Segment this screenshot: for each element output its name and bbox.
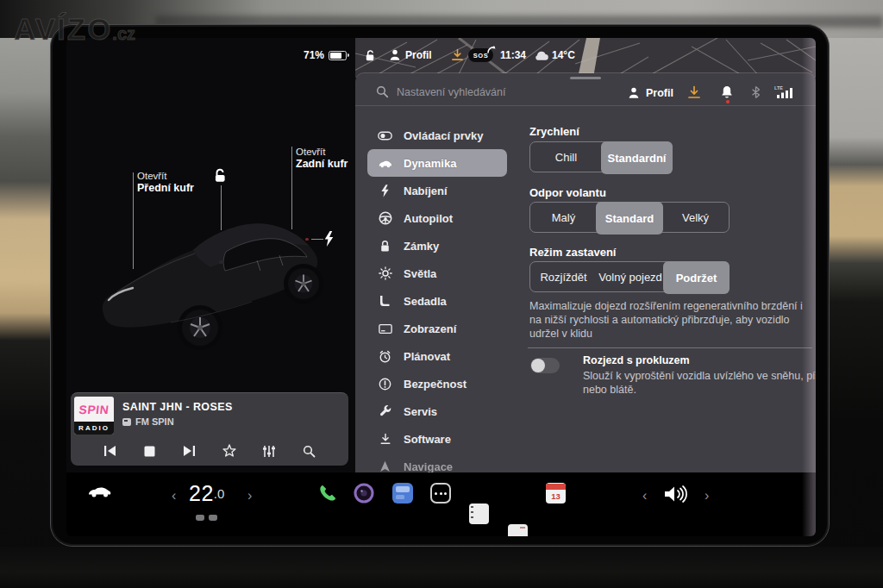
option-chill[interactable]: Chill [530,142,602,172]
radio-source-icon [122,418,131,426]
cabin-temperature[interactable]: 22.0 [189,481,224,506]
sidebar-item-ovladaci-prvky[interactable]: Ovládací prvky [367,122,507,149]
alert-icon [378,377,392,391]
status-profile[interactable]: Profil [389,48,432,61]
search-placeholder: Nastavení vyhledávání [397,86,505,98]
wrench-icon [378,404,392,419]
sidebar-item-nabijeni[interactable]: Nabíjení [367,177,507,204]
rear-trunk-action: Otevřít [296,146,348,158]
vehicle-controls-button[interactable] [86,485,112,499]
equalizer-button[interactable] [260,444,278,458]
previous-track-button[interactable] [101,444,118,458]
all-apps-button[interactable] [430,483,451,504]
app-icon-blue[interactable] [392,483,413,504]
sidebar-item-zamky[interactable]: Zámky [367,232,507,260]
sidebar-item-autopilot[interactable]: Autopilot [367,204,507,232]
sun-icon [378,266,392,281]
front-trunk-button[interactable]: Otevřít Přední kufr [137,170,194,194]
top-status-bar: Profil SOS 11:34 14°C [355,38,816,72]
group-title-acceleration: Zrychlení [529,125,579,138]
option-standardni[interactable]: Standardní [601,141,673,174]
option-maly[interactable]: Malý [530,203,597,232]
toggle-knob [531,359,545,372]
media-next-chevron[interactable]: › [705,488,709,504]
group-title-stopping-mode: Režim zastavení [529,246,616,259]
settings-sidebar: Ovládací prvky Dynamika Nabíjení Autopil… [367,122,507,472]
media-controls [71,438,348,464]
option-velky[interactable]: Velký [662,203,729,232]
volume-speaker-icon[interactable] [663,485,687,504]
front-trunk-label: Přední kufr [137,182,194,194]
navigation-icon [378,460,392,473]
favorite-star-button[interactable] [221,444,238,458]
calendar-header [546,484,566,490]
seat-heater-left-icon [196,515,204,521]
unlocked-icon[interactable] [364,49,377,66]
stopping-mode-description: Maximalizuje dojezd rozšířením regenerat… [529,299,814,341]
seat-heater-icons[interactable] [196,515,217,521]
status-download-icon[interactable] [451,48,464,66]
temp-decrease-chevron[interactable]: ‹ [172,488,176,504]
photo-of-tesla-screen: AVÍZO.cz 71% Otevřít Přední kufr Otev [0,0,883,588]
station-logo[interactable]: SPIN RADIO [74,397,114,435]
steering-segmented-control: Malý Standard Velký [529,202,730,233]
display-icon [378,322,392,336]
front-trunk-action: Otevřít [137,170,194,182]
car-interior-bottom [0,547,883,588]
sidebar-item-servis[interactable]: Servis [367,397,507,425]
slip-start-title: Rozjezd s prokluzem [583,354,690,366]
slip-start-description: Slouží k vyproštění vozidla uvízlého ve … [583,369,816,397]
sidebar-item-sedadla[interactable]: Sedadla [367,287,507,315]
sidebar-item-dynamika[interactable]: Dynamika [367,149,507,177]
media-source: FM SPIN [122,416,174,427]
group-title-steering: Odpor volantu [529,186,606,199]
bottom-launcher-bar: ‹ 22.0 › 13 ‹ [66,472,816,536]
steering-wheel-icon [378,211,392,226]
acceleration-segmented-control: Chill Standardní [529,141,673,172]
lock-icon [378,239,392,253]
sidebar-item-bezpecnost[interactable]: Bezpečnost [367,370,507,397]
sidebar-item-planovat[interactable]: Plánovat [367,342,507,370]
temp-increase-chevron[interactable]: › [247,488,252,504]
battery-percent: 71% [304,49,324,61]
rear-trunk-label: Zadní kufr [296,158,348,170]
station-logo-line1: SPIN [74,397,114,422]
sos-badge[interactable]: SOS [468,48,493,62]
phone-app[interactable] [317,483,338,504]
sidebar-item-svetla[interactable]: Světla [367,260,507,287]
media-source-label: FM SPIN [135,416,174,427]
vehicle-3d-model[interactable] [97,217,328,364]
notes-app[interactable] [508,524,528,536]
calendar-app[interactable]: 13 [546,483,566,504]
track-title: SAINT JHN - ROSES [122,401,233,413]
station-logo-line2: RADIO [74,422,114,435]
media-search-button[interactable] [301,444,318,458]
media-previous-chevron[interactable]: ‹ [642,488,647,504]
option-standard[interactable]: Standard [596,202,663,235]
stopping-mode-segmented-control: Rozjíždět Volný pojezd Podržet [529,261,730,292]
car-icon [378,156,392,171]
download-icon [378,432,392,447]
avizo-watermark: AVÍZO.cz [14,12,135,47]
rear-trunk-button[interactable]: Otevřít Zadní kufr [296,146,348,170]
seat-icon [378,294,392,309]
notebook-app[interactable] [469,504,489,524]
next-track-button[interactable] [181,444,198,458]
settings-dialog: Nastavení vyhledávání Profil LTE [355,73,816,472]
section-divider [528,347,812,348]
option-volny-pojezd[interactable]: Volný pojezd [597,262,664,291]
toggle-icon [378,128,392,143]
media-player-card[interactable]: SPIN RADIO SAINT JHN - ROSES FM SPIN [71,392,348,466]
calendar-day: 13 [546,490,566,504]
option-rozjizdet[interactable]: Rozjíždět [530,262,597,291]
unlock-icon[interactable] [213,167,229,186]
clock: 11:34 [500,49,526,61]
dashcam-lens-app[interactable] [354,483,374,504]
option-podrzet[interactable]: Podržet [663,261,730,294]
stop-button[interactable] [141,444,158,458]
weather-cloud-icon [534,49,548,65]
sidebar-item-zobrazeni[interactable]: Zobrazení [367,315,507,342]
slip-start-toggle[interactable] [530,358,560,373]
sidebar-item-navigace[interactable]: Navigace [367,453,507,472]
sidebar-item-software[interactable]: Software [367,425,507,453]
